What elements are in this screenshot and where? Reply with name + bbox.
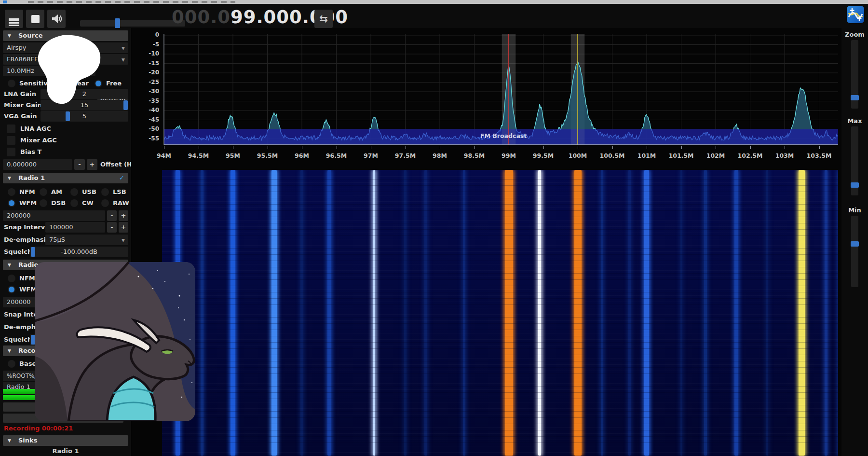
squelch-handle[interactable] xyxy=(31,247,35,257)
samplerate-value: 10.0MHz xyxy=(7,66,34,76)
display-controls: Zoom Max Min xyxy=(841,28,868,456)
bias-t-row: Bias T xyxy=(3,147,128,157)
mode-nfm-radio[interactable] xyxy=(8,188,15,196)
mode-wfm-radio[interactable] xyxy=(8,286,15,293)
dragon-avatar-image xyxy=(35,262,195,421)
lna-agc-label: LNA AGC xyxy=(20,124,51,134)
db-tick-label: -20 xyxy=(143,69,159,76)
bandwidth-minus-button[interactable]: - xyxy=(107,210,117,221)
swap-vfo-button[interactable]: ⇆ xyxy=(314,10,333,28)
snap-minus-button[interactable]: - xyxy=(107,222,117,233)
stop-button[interactable] xyxy=(26,10,44,28)
freq-tick xyxy=(440,146,440,149)
bandwidth-input[interactable]: 200000 xyxy=(3,210,105,221)
db-tick-label: -10 xyxy=(143,50,159,57)
mode-usb-radio[interactable] xyxy=(70,188,78,196)
freq-tick xyxy=(268,146,268,149)
window-app-icon xyxy=(3,0,7,3)
mixer-agc-checkbox[interactable] xyxy=(7,136,15,145)
freq-tick xyxy=(543,146,544,149)
mode-cw-radio[interactable] xyxy=(70,199,78,207)
frequency-dim-digits[interactable]: 000.0 xyxy=(172,7,231,28)
lna-agc-checkbox[interactable] xyxy=(7,124,15,133)
mode-lsb-radio[interactable] xyxy=(101,188,109,196)
volume-mute-button[interactable] xyxy=(47,10,66,28)
freq-tick-label: 100M xyxy=(569,152,587,159)
vga-gain-label: VGA Gain xyxy=(4,111,37,122)
volume-slider-handle[interactable] xyxy=(115,18,120,28)
vga-gain-slider[interactable]: 5 xyxy=(41,111,128,122)
squelch-slider[interactable]: -100.000dB xyxy=(30,247,128,257)
sdrpp-logo-icon xyxy=(847,6,864,23)
db-tick-label: -45 xyxy=(143,116,159,123)
radio1-panel-header[interactable]: ▼ Radio 1 ✓ xyxy=(3,173,128,183)
mode-raw-label: RAW xyxy=(113,198,129,208)
collapse-triangle-icon: ▼ xyxy=(8,435,11,446)
bias-t-checkbox[interactable] xyxy=(7,148,15,156)
offset-row: 0.000000 - + Offset (Hz) xyxy=(3,159,128,170)
freq-tick-label: 102M xyxy=(706,152,725,159)
freq-tick xyxy=(337,146,337,149)
min-slider-handle[interactable] xyxy=(851,241,859,247)
squelch-label: Squelch xyxy=(4,247,32,257)
freq-tick-label: 95M xyxy=(226,152,240,159)
zoom-slider-handle[interactable] xyxy=(851,95,859,100)
volume-slider[interactable] xyxy=(80,20,185,27)
mode-raw-radio[interactable] xyxy=(101,199,109,207)
offset-value: 0.000000 xyxy=(7,159,37,170)
source-device-value: Airspy xyxy=(7,42,27,53)
radio1-squelch-row: Squelch -100.000dB xyxy=(3,247,128,257)
mode-am-radio[interactable] xyxy=(40,188,47,196)
freq-tick xyxy=(475,146,475,149)
snap-interval-input[interactable]: 100000 xyxy=(45,222,105,233)
recording-status: Recording 00:00:21 xyxy=(4,425,73,432)
fft-spectrum-plot[interactable]: FM Broadcast xyxy=(162,34,838,146)
waterfall-noise-texture xyxy=(162,170,838,456)
frequency-axis: 94M94.5M95M95.5M96M96.5M97M97.5M98M98.5M… xyxy=(162,146,838,166)
offset-plus-button[interactable]: + xyxy=(87,159,97,170)
menu-button[interactable] xyxy=(5,10,23,28)
offset-minus-button[interactable]: - xyxy=(74,159,85,170)
squelch-value: -100.000dB xyxy=(30,247,128,257)
mode-dsb-radio[interactable] xyxy=(40,199,47,207)
mode-wfm-label: WFM xyxy=(19,284,37,295)
radio1-enabled-check-icon[interactable]: ✓ xyxy=(119,173,124,183)
waterfall-display[interactable] xyxy=(162,170,838,456)
swap-arrows-icon: ⇆ xyxy=(319,13,328,25)
bandwidth-plus-button[interactable]: + xyxy=(119,210,128,221)
sinks-panel-header[interactable]: ▼ Sinks xyxy=(3,435,128,446)
freq-tick xyxy=(612,146,613,149)
freq-tick-label: 96M xyxy=(295,152,309,159)
max-slider-handle[interactable] xyxy=(851,182,859,188)
lna-gain-label: LNA Gain xyxy=(4,89,36,99)
db-tick-label: 0 xyxy=(143,31,159,38)
mode-wfm-radio[interactable] xyxy=(8,199,15,207)
mode-nfm-radio[interactable] xyxy=(8,275,15,282)
zoom-slider[interactable] xyxy=(851,40,858,109)
freq-tick xyxy=(164,146,164,149)
freq-tick-label: 95.5M xyxy=(257,152,278,159)
mixer-agc-row: Mixer AGC xyxy=(3,135,128,146)
snap-plus-button[interactable]: + xyxy=(119,222,128,233)
bias-t-label: Bias T xyxy=(20,147,41,157)
deemphasis-label: De-emphasis xyxy=(4,235,50,245)
baseband-radio[interactable] xyxy=(8,360,15,368)
sink-stream-name: Radio 1 xyxy=(3,447,128,455)
vga-gain-handle[interactable] xyxy=(66,111,70,121)
freq-tick xyxy=(681,146,682,149)
freq-tick xyxy=(647,146,647,149)
privacy-blob-overlay xyxy=(34,34,104,106)
window-titlebar xyxy=(0,0,868,4)
recorder-path-value: %ROOT%/r xyxy=(7,371,39,381)
mixer-gain-handle[interactable] xyxy=(123,100,128,110)
deemphasis-dropdown[interactable]: 75µS ▼ xyxy=(45,235,128,245)
min-slider[interactable] xyxy=(851,216,858,287)
freq-tick-label: 98M xyxy=(433,152,447,159)
snap-interval-value: 100000 xyxy=(49,222,73,233)
offset-input[interactable]: 0.000000 xyxy=(3,159,72,170)
max-slider[interactable] xyxy=(851,126,858,195)
chevron-down-icon: ▼ xyxy=(122,55,125,65)
min-slider-label: Min xyxy=(841,207,868,214)
gainmode-sensitive-radio[interactable] xyxy=(8,80,15,87)
freq-tick xyxy=(716,146,716,149)
